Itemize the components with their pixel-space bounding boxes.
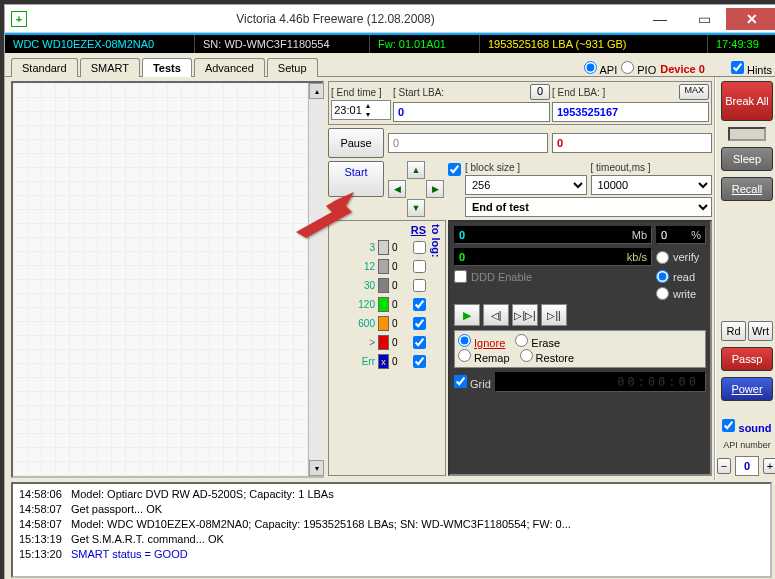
- tab-standard[interactable]: Standard: [11, 58, 78, 77]
- block-size-select[interactable]: 256: [465, 175, 587, 195]
- erase-radio[interactable]: Erase: [515, 334, 560, 349]
- stat-count: 0: [392, 337, 410, 348]
- end-lba-input[interactable]: [552, 102, 709, 122]
- nav-right-icon[interactable]: ▶: [426, 180, 444, 198]
- stat-color-icon: [378, 316, 389, 331]
- end-time-label: [ End time ]: [331, 87, 391, 98]
- tab-smart[interactable]: SMART: [80, 58, 140, 77]
- tab-bar: Standard SMART Tests Advanced Setup API …: [5, 53, 775, 77]
- read-radio[interactable]: read: [656, 270, 706, 283]
- grid-checkbox[interactable]: Grid: [454, 375, 491, 390]
- recall-button[interactable]: Recall: [721, 177, 773, 201]
- stat-color-icon: [378, 297, 389, 312]
- ignore-radio[interactable]: Ignore: [458, 334, 505, 349]
- scroll-up-icon[interactable]: ▴: [309, 83, 324, 99]
- stat-count: 0: [392, 299, 410, 310]
- verify-radio[interactable]: verify: [656, 251, 706, 264]
- nav-left-icon[interactable]: ◀: [388, 180, 406, 198]
- drive-model: WDC WD10EZEX-08M2NA0: [5, 35, 195, 53]
- remap-radio[interactable]: Remap: [458, 349, 510, 364]
- device-label: Device 0: [660, 63, 705, 75]
- end-lba-max-button[interactable]: MAX: [679, 84, 709, 100]
- api-radio[interactable]: API: [584, 61, 617, 76]
- title-bar: + Victoria 4.46b Freeware (12.08.2008) —…: [5, 5, 775, 33]
- drive-firmware: Fw: 01.01A01: [370, 35, 480, 53]
- timeout-select[interactable]: 10000: [591, 175, 713, 195]
- scan-map: ▴ ▾: [11, 81, 324, 478]
- tab-tests[interactable]: Tests: [142, 58, 192, 77]
- block-size-label: [ block size ]: [465, 162, 520, 173]
- maximize-button[interactable]: ▭: [682, 8, 726, 30]
- stat-threshold: >: [351, 337, 375, 348]
- api-num-plus[interactable]: +: [763, 458, 775, 474]
- to-log-label: to log:: [430, 224, 442, 472]
- restore-radio[interactable]: Restore: [520, 349, 575, 364]
- pio-radio[interactable]: PIO: [621, 61, 656, 76]
- stat-log-checkbox[interactable]: [413, 336, 426, 349]
- scroll-down-icon[interactable]: ▾: [309, 460, 324, 476]
- start-lba-input[interactable]: [393, 102, 550, 122]
- pause-button[interactable]: Pause: [328, 128, 384, 158]
- log-area[interactable]: 14:58:06 Model: Optiarc DVD RW AD-5200S;…: [11, 482, 772, 578]
- api-num-input[interactable]: [735, 456, 759, 476]
- drive-serial: SN: WD-WMC3F1180554: [195, 35, 370, 53]
- drive-lba: 1953525168 LBA (~931 GB): [480, 35, 708, 53]
- stat-threshold: 120: [351, 299, 375, 310]
- rd-button[interactable]: Rd: [721, 321, 746, 341]
- pct-value: 0: [661, 229, 667, 241]
- wrt-button[interactable]: Wrt: [748, 321, 773, 341]
- stat-log-checkbox[interactable]: [413, 260, 426, 273]
- end-of-test-select[interactable]: End of test: [465, 197, 712, 217]
- play-button[interactable]: ▶: [454, 304, 480, 326]
- start-lba-label: [ Start LBA:: [393, 87, 444, 98]
- stat-threshold: 3: [351, 242, 375, 253]
- stat-log-checkbox[interactable]: [413, 241, 426, 254]
- nav-checkbox[interactable]: [448, 163, 461, 176]
- stat-log-checkbox[interactable]: [413, 298, 426, 311]
- drive-info-bar: WDC WD10EZEX-08M2NA0 SN: WD-WMC3F1180554…: [5, 33, 775, 53]
- start-lba-zero-button[interactable]: 0: [530, 84, 550, 100]
- close-button[interactable]: ✕: [726, 8, 775, 30]
- passp-button[interactable]: Passp: [721, 347, 773, 371]
- skip-end-button[interactable]: ▷||: [541, 304, 567, 326]
- app-icon: +: [11, 11, 27, 27]
- skip-fwd-button[interactable]: ▷|▷|: [512, 304, 538, 326]
- hints-checkbox[interactable]: Hints: [731, 61, 772, 76]
- ddd-checkbox[interactable]: DDD Enable: [454, 270, 652, 283]
- time-counter: 00:00:00: [495, 372, 706, 392]
- end-time-spinner[interactable]: ▴▾: [331, 100, 391, 120]
- current-pos-1[interactable]: [388, 133, 548, 153]
- sound-checkbox[interactable]: sound: [722, 419, 771, 434]
- stat-log-checkbox[interactable]: [413, 279, 426, 292]
- performance-panel: 0Mb 0% 0kb/s verify DDD Enable read writ…: [448, 220, 712, 476]
- stat-threshold: 30: [351, 280, 375, 291]
- current-pos-2[interactable]: [552, 133, 712, 153]
- stat-threshold: 12: [351, 261, 375, 272]
- controls-panel: [ End time ] ▴▾ [ Start LBA:0 [ End LBA:…: [326, 77, 714, 480]
- map-scrollbar[interactable]: ▴ ▾: [308, 83, 324, 476]
- sleep-button[interactable]: Sleep: [721, 147, 773, 171]
- kbs-value: 0: [459, 251, 465, 263]
- err-log-checkbox[interactable]: [413, 355, 426, 368]
- tab-setup[interactable]: Setup: [267, 58, 318, 77]
- stat-threshold: 600: [351, 318, 375, 329]
- err-box-icon: x: [378, 354, 389, 369]
- api-num-minus[interactable]: −: [717, 458, 731, 474]
- start-button[interactable]: Start: [328, 161, 384, 197]
- stat-color-icon: [378, 240, 389, 255]
- timeout-label: [ timeout,ms ]: [591, 162, 651, 173]
- step-back-button[interactable]: ◁|: [483, 304, 509, 326]
- rs-link[interactable]: RS: [411, 224, 426, 236]
- stat-color-icon: [378, 259, 389, 274]
- power-button[interactable]: Power: [721, 377, 773, 401]
- tab-advanced[interactable]: Advanced: [194, 58, 265, 77]
- nav-down-icon[interactable]: ▼: [407, 199, 425, 217]
- write-radio[interactable]: write: [656, 287, 706, 300]
- stat-count: 0: [392, 318, 410, 329]
- stat-log-checkbox[interactable]: [413, 317, 426, 330]
- stat-count: 0: [392, 280, 410, 291]
- nav-up-icon[interactable]: ▲: [407, 161, 425, 179]
- minimize-button[interactable]: —: [638, 8, 682, 30]
- stat-color-icon: [378, 278, 389, 293]
- break-all-button[interactable]: Break All: [721, 81, 773, 121]
